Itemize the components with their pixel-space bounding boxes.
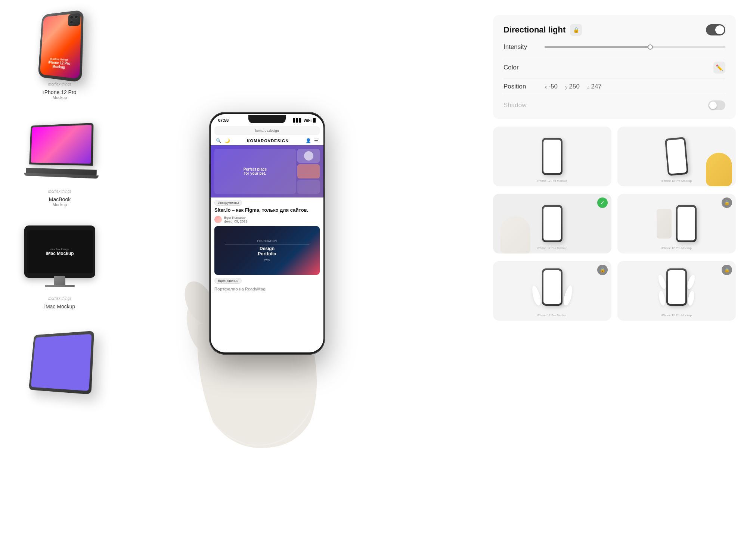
phone-portfolio-image: FOUNDATION DesignPortfolio Why — [214, 226, 320, 275]
lock-button[interactable]: 🔒 — [570, 24, 582, 36]
lock-badge-3: 🔒 — [722, 265, 732, 275]
phone-author-avatar — [214, 216, 222, 223]
phone-bottom-tag: Вдохновение — [214, 278, 242, 284]
thumbnail-white-hand[interactable]: ✓ iPhone 12 Pro Mockup — [493, 194, 611, 253]
mini-phone-6 — [666, 268, 687, 306]
separator-3 — [503, 95, 725, 95]
feather-right — [562, 285, 574, 307]
phone-side-button-right — [325, 157, 325, 179]
thumb4-content — [657, 205, 697, 242]
light-toggle[interactable] — [706, 24, 725, 35]
battery-icon: ▉ — [313, 118, 316, 122]
iphone-sublabel: Mockup — [53, 95, 67, 100]
thumb3-content — [493, 194, 611, 253]
white-hand-blob — [500, 216, 530, 253]
intensity-thumb — [648, 44, 653, 50]
coord-y: y 250 — [565, 83, 580, 90]
thumbnail-yellow-hand[interactable]: iPhone 12 Pro Mockup — [617, 127, 736, 186]
sidebar-item-iphone[interactable]: morflax things iPhone 12 Pro Mockup morf… — [15, 7, 105, 100]
shadow-toggle-knob — [709, 102, 717, 109]
mini-shape-left — [657, 209, 672, 239]
portfolio-title: DesignPortfolio — [258, 246, 276, 256]
position-label: Position — [503, 83, 545, 90]
iphone-brand: morflax things — [48, 82, 71, 86]
phone-url-bar: komarov.design — [214, 126, 320, 135]
author-date: февр. 09, 2021 — [224, 220, 247, 223]
thumbnail-feathers2[interactable]: 🔒 iPhone 12 Pro Mockup — [617, 261, 736, 321]
sidebar-item-imac[interactable]: morflax things iMac Mockup morflax thing… — [15, 222, 105, 309]
feather-tr — [686, 274, 697, 290]
mini-screen-2 — [666, 139, 687, 174]
thumb2-label: iPhone 12 Pro Mockup — [661, 179, 692, 183]
eyedropper-button[interactable]: ✏️ — [713, 62, 725, 74]
phone-article-tag: Инструменты — [214, 200, 242, 206]
mini-screen-4 — [678, 207, 695, 240]
feather-left — [530, 285, 542, 307]
phone-article-content: Инструменты Siter.io – как Figma, только… — [211, 197, 323, 352]
hand-phone-display: 07:58 ▋▋▋ WiFi ▉ komarov.design 🔍 🌙 — [164, 112, 426, 448]
phone-nav-bar: 🔍 🌙 KOMAROVDESIGN 👤 ☰ — [211, 137, 323, 145]
mini-phone-5 — [542, 268, 562, 306]
macbook-preview — [15, 115, 105, 189]
phone-hero-image: Perfect placefor your pet. — [211, 145, 323, 197]
search-icon: 🔍 — [216, 138, 221, 143]
imac-label: iMac Mockup — [44, 304, 75, 309]
feather-tl — [657, 274, 667, 290]
phone-side-button-left — [209, 164, 210, 183]
thumb6-content — [659, 268, 694, 313]
light-panel-header: Directional light 🔒 — [503, 24, 725, 36]
coord-x: x -50 — [545, 83, 558, 90]
z-value[interactable]: 247 — [591, 83, 601, 90]
main-content: 07:58 ▋▋▋ WiFi ▉ komarov.design 🔍 🌙 — [120, 0, 471, 560]
mini-phone-3 — [542, 205, 562, 242]
color-row: Color ✏️ — [503, 62, 725, 74]
macbook-brand: morflax things — [48, 189, 71, 193]
phone-author: Egor Komarov февр. 09, 2021 — [211, 214, 323, 225]
author-name: Egor Komarov — [224, 216, 247, 220]
left-sidebar: morflax things iPhone 12 Pro Mockup morf… — [0, 0, 120, 560]
mini-phone-1 — [542, 138, 562, 175]
menu-icon: ☰ — [314, 138, 318, 143]
shadow-toggle[interactable] — [708, 100, 725, 110]
thumb2-content — [617, 127, 736, 186]
y-value[interactable]: 250 — [569, 83, 580, 90]
left-feathers — [659, 274, 665, 306]
thumbnail-plain-phone[interactable]: iPhone 12 Pro Mockup — [493, 127, 611, 186]
intensity-fill — [545, 46, 653, 48]
intensity-label: Intensity — [503, 43, 545, 51]
color-label: Color — [503, 64, 713, 71]
right-feathers — [688, 274, 694, 306]
eyedropper-icon: ✏️ — [716, 64, 723, 71]
iphone-preview: morflax things iPhone 12 Pro Mockup — [15, 7, 105, 82]
user-icon: 👤 — [306, 138, 311, 143]
thumb4-label: iPhone 12 Pro Mockup — [661, 246, 692, 250]
feather-br — [687, 290, 695, 306]
light-panel-title: Directional light — [503, 25, 565, 35]
x-value[interactable]: -50 — [549, 83, 558, 90]
thumbnail-grid-row1: iPhone 12 Pro Mockup iPhone 12 Pro Mocku… — [493, 127, 736, 186]
separator-1 — [503, 57, 725, 57]
yellow-hand-blob — [706, 153, 732, 186]
phone-side-button-right2 — [325, 187, 325, 202]
sidebar-item-ipad[interactable] — [15, 324, 105, 399]
thumb1-label: iPhone 12 Pro Mockup — [537, 179, 567, 183]
thumbnail-locked-phone[interactable]: 🔒 iPhone 12 Pro Mockup — [617, 194, 736, 253]
ipad-preview — [15, 324, 105, 399]
thumbnail-feathers1[interactable]: 🔒 iPhone 12 Pro Mockup — [493, 261, 611, 321]
intensity-slider[interactable] — [545, 46, 725, 48]
mini-screen-5 — [543, 270, 561, 304]
y-axis-label: y — [565, 84, 568, 90]
imac-brand: morflax things — [48, 296, 71, 301]
portfolio-header: FOUNDATION — [225, 239, 309, 245]
shadow-label: Shadow — [503, 102, 708, 109]
z-axis-label: z — [587, 84, 590, 90]
coord-z: z 247 — [587, 83, 602, 90]
feather-bl — [658, 290, 666, 306]
toggle-knob — [715, 25, 724, 34]
mini-screen-3 — [543, 207, 561, 240]
portfolio-why: Why — [264, 258, 270, 261]
thumbnail-grid-row3: 🔒 iPhone 12 Pro Mockup 🔒 — [493, 261, 736, 321]
sidebar-item-macbook[interactable]: morflax things MacBook Mockup — [15, 115, 105, 207]
lock-icon: 🔒 — [573, 27, 579, 33]
thumb5-content — [533, 268, 571, 313]
